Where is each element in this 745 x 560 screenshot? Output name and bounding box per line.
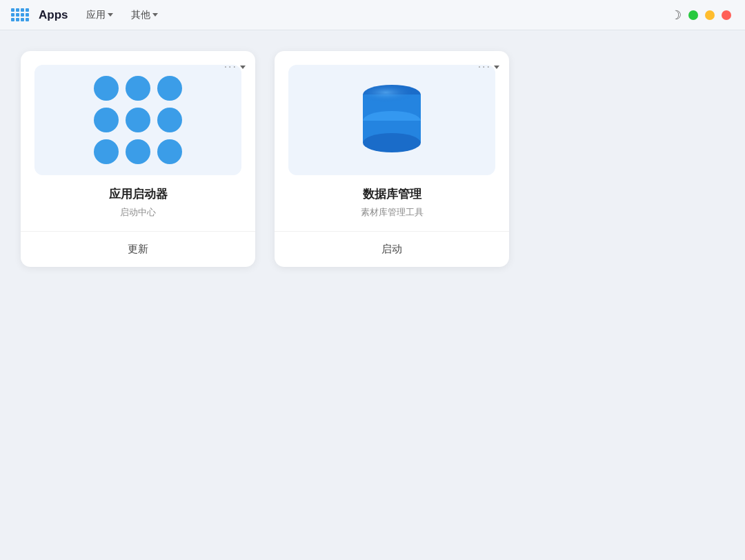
apps-grid-icon[interactable] — [11, 8, 29, 21]
card-top-database: ··· — [275, 51, 509, 231]
card-name-launcher: 应用启动器 — [34, 186, 241, 202]
titlebar: Apps 应用 其他 ☽ — [0, 0, 745, 30]
card-action-database[interactable]: 启动 — [275, 232, 509, 267]
card-action-launcher[interactable]: 更新 — [21, 232, 255, 267]
launcher-dot — [157, 108, 182, 132]
card-menu-database[interactable]: ··· — [478, 61, 499, 73]
app-card-database: ··· — [275, 51, 509, 267]
main-content: ··· 应用启动器 启动中心 更新 — [0, 30, 745, 288]
launcher-dot — [126, 76, 150, 101]
app-card-launcher: ··· 应用启动器 启动中心 更新 — [21, 51, 255, 267]
svg-point-5 — [363, 85, 421, 104]
launcher-dot — [94, 108, 119, 132]
card-desc-launcher: 启动中心 — [34, 206, 241, 219]
launcher-dot — [126, 108, 150, 132]
card-desc-database: 素材库管理工具 — [288, 206, 495, 219]
traffic-light-red[interactable] — [722, 10, 731, 20]
launcher-dot — [126, 139, 150, 164]
launcher-grid-icon — [94, 76, 182, 164]
menu-chevron-icon — [494, 66, 499, 69]
app-title: Apps — [39, 8, 68, 22]
launcher-dot — [94, 76, 119, 101]
titlebar-right: ☽ — [670, 8, 731, 23]
card-name-database: 数据库管理 — [288, 186, 495, 202]
chevron-down-icon — [108, 13, 113, 17]
launcher-dot — [157, 76, 182, 101]
launcher-dot — [157, 139, 182, 164]
menu-dots-icon: ··· — [478, 61, 491, 73]
database-icon-area — [288, 65, 495, 175]
database-svg-icon — [357, 75, 426, 165]
launcher-icon-area — [34, 65, 241, 175]
card-top-launcher: ··· 应用启动器 启动中心 — [21, 51, 255, 231]
traffic-light-yellow[interactable] — [705, 10, 715, 20]
menu-dots-icon: ··· — [224, 61, 237, 73]
traffic-light-green[interactable] — [688, 10, 698, 20]
dark-mode-icon[interactable]: ☽ — [670, 8, 682, 23]
launcher-dot — [94, 139, 119, 164]
chevron-down-icon — [152, 13, 158, 17]
nav-apps[interactable]: 应用 — [81, 6, 119, 24]
titlebar-left: Apps 应用 其他 — [11, 6, 163, 24]
svg-point-4 — [363, 133, 421, 152]
nav-other[interactable]: 其他 — [126, 6, 163, 24]
menu-chevron-icon — [240, 66, 246, 69]
card-menu-launcher[interactable]: ··· — [224, 61, 246, 73]
